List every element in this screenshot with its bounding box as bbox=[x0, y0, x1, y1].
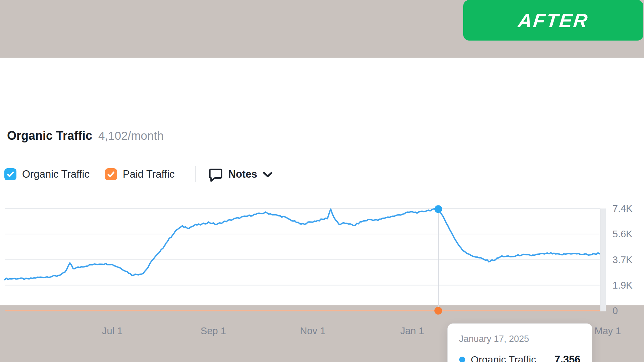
after-badge: AFTER bbox=[463, 0, 643, 41]
future-period-strip bbox=[600, 208, 606, 311]
x-axis-label: May 1 bbox=[595, 325, 621, 336]
card-header: Organic Traffic 4,102/month bbox=[7, 129, 164, 143]
notes-label: Notes bbox=[228, 168, 257, 180]
legend-label-organic: Organic Traffic bbox=[22, 168, 90, 180]
y-axis-label: 0 bbox=[612, 305, 618, 316]
checkbox-checked-icon[interactable] bbox=[4, 168, 16, 180]
y-axis-label: 3.7K bbox=[612, 254, 633, 265]
notes-bubble-icon bbox=[208, 167, 223, 182]
check-icon bbox=[6, 171, 14, 178]
legend-row: Organic Traffic Paid Traffic Notes bbox=[4, 167, 273, 182]
notes-button[interactable]: Notes bbox=[208, 167, 273, 182]
legend-label-paid: Paid Traffic bbox=[123, 168, 175, 180]
chart-canvas: 01.9K3.7K5.6K7.4KJul 1Sep 1Nov 1Jan 1Mar… bbox=[0, 202, 644, 336]
checkbox-checked-icon[interactable] bbox=[105, 168, 117, 180]
after-badge-label: AFTER bbox=[517, 9, 590, 32]
organic-dot-icon bbox=[459, 357, 465, 362]
organic-traffic-line bbox=[5, 209, 602, 280]
chevron-down-icon bbox=[263, 171, 273, 178]
y-axis-label: 1.9K bbox=[612, 280, 633, 291]
paid-marker-dot[interactable] bbox=[434, 307, 442, 315]
legend-divider bbox=[195, 166, 196, 182]
x-axis-label: Jan 1 bbox=[400, 325, 424, 336]
chart-tooltip: January 17, 2025 Organic Traffic 7,356 P… bbox=[447, 323, 592, 362]
tooltip-date: January 17, 2025 bbox=[459, 334, 581, 344]
x-axis-label: Sep 1 bbox=[201, 325, 226, 336]
organic-traffic-card: Organic Traffic 4,102/month Organic Traf… bbox=[0, 58, 644, 305]
paid-traffic-checkbox[interactable]: Paid Traffic bbox=[105, 168, 175, 180]
tooltip-row-organic: Organic Traffic 7,356 bbox=[459, 354, 581, 362]
check-icon bbox=[107, 171, 115, 178]
y-axis-label: 5.6K bbox=[612, 229, 633, 239]
organic-traffic-checkbox[interactable]: Organic Traffic bbox=[4, 168, 90, 180]
traffic-per-month-value: 4,102/month bbox=[98, 129, 164, 142]
y-axis-label: 7.4K bbox=[612, 203, 633, 214]
tooltip-label-organic: Organic Traffic bbox=[471, 354, 549, 362]
organic-marker-dot[interactable] bbox=[434, 205, 442, 213]
x-axis-label: Jul 1 bbox=[102, 325, 122, 336]
x-axis-label: Nov 1 bbox=[300, 325, 326, 336]
tooltip-value-organic: 7,356 bbox=[554, 354, 581, 362]
screenshot-root: AFTER Organic Traffic 4,102/month Organi… bbox=[0, 0, 644, 362]
page-title: Organic Traffic bbox=[7, 129, 92, 143]
traffic-chart[interactable]: 01.9K3.7K5.6K7.4KJul 1Sep 1Nov 1Jan 1Mar… bbox=[0, 202, 644, 336]
